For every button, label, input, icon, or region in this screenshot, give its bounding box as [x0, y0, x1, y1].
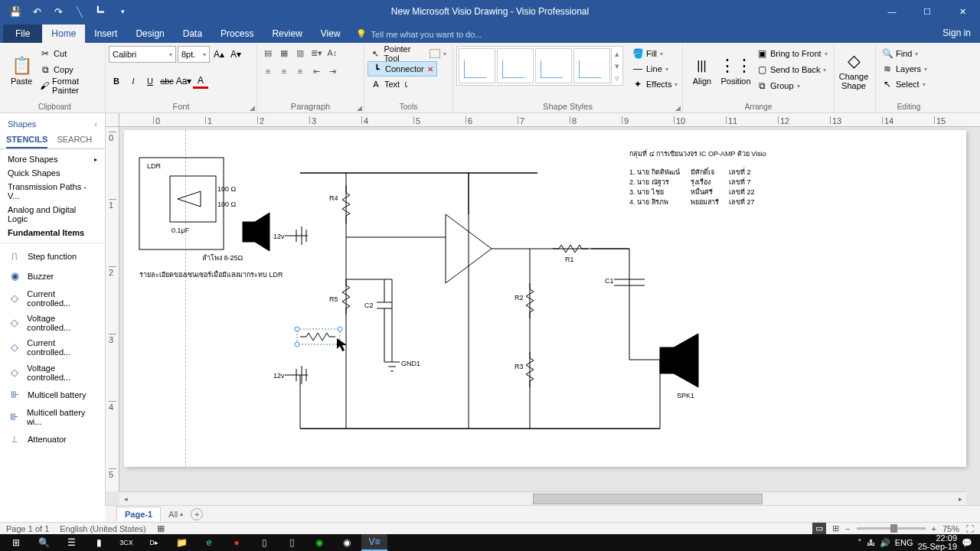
tab-design[interactable]: Design [126, 24, 173, 43]
zoom-slider[interactable] [857, 527, 926, 530]
align-right-button[interactable]: ≡ [292, 64, 308, 78]
shape-styles-gallery[interactable]: ▴▾▿ [456, 46, 623, 86]
style-option[interactable] [497, 48, 534, 83]
rect-icon[interactable] [430, 49, 440, 58]
bring-front-button[interactable]: ▣Bring to Front▾ [753, 46, 831, 61]
text-tool-button[interactable]: AText⤹ [368, 77, 412, 92]
underline-button[interactable]: U [142, 73, 158, 89]
fit-page-icon[interactable]: ⛶ [965, 524, 974, 533]
quick-shapes-item[interactable]: Quick Shapes [0, 166, 105, 180]
inc-indent-button[interactable]: ⇥ [325, 64, 340, 78]
style-option[interactable] [535, 48, 572, 83]
gallery-more-icon[interactable]: ▴▾▿ [611, 47, 622, 84]
shape-item[interactable]: ⊪Multicell battery wi... [0, 405, 105, 429]
pointer-tool-button[interactable]: ↖Pointer Tool▾ [368, 46, 449, 61]
taskbar-app[interactable]: ▯ [251, 534, 277, 551]
dec-indent-button[interactable]: ⇤ [309, 64, 324, 78]
find-button[interactable]: 🔍Find▾ [879, 46, 930, 61]
tray-volume-icon[interactable]: 🔊 [880, 538, 890, 548]
bullets-button[interactable]: ≣▾ [309, 46, 324, 60]
text-direction-button[interactable]: A↕ [325, 46, 340, 60]
presentation-mode-icon[interactable]: ▭ [812, 523, 826, 534]
italic-button[interactable]: I [126, 73, 141, 89]
text-rotate-icon[interactable]: ⤹ [403, 80, 409, 89]
align-center-button[interactable]: ≡ [276, 64, 292, 78]
zoom-in-icon[interactable]: + [932, 524, 936, 533]
styles-dialog-icon[interactable]: ◢ [675, 104, 681, 112]
font-color-button[interactable]: A [193, 73, 208, 89]
paragraph-dialog-icon[interactable]: ◢ [357, 104, 362, 112]
connector-tool-button[interactable]: ┗Connector✕ [368, 61, 437, 77]
shape-item[interactable]: ⎍Step function [0, 246, 105, 266]
macro-icon[interactable]: ▦ [157, 523, 165, 533]
close-button[interactable]: ✕ [945, 0, 980, 23]
stencils-tab[interactable]: STENCILS [6, 132, 47, 148]
notifications-icon[interactable]: 💬 [962, 538, 972, 548]
shape-item[interactable]: ◇Current controlled... [0, 286, 105, 311]
font-family-select[interactable]: Calibri▾ [109, 46, 176, 63]
minimize-button[interactable]: — [874, 0, 910, 23]
group-button[interactable]: ⧉Group▾ [753, 78, 831, 93]
taskbar-app[interactable]: ▮ [86, 534, 112, 551]
align-middle-button[interactable]: ▦ [276, 46, 292, 60]
search-taskbar-icon[interactable]: 🔍 [31, 534, 57, 551]
stencil-item-active[interactable]: Fundamental Items [0, 226, 105, 240]
paste-button[interactable]: 📋Paste [8, 46, 35, 96]
visio-taskbar-icon[interactable]: V≡ [361, 534, 387, 551]
language-status[interactable]: English (United States) [60, 524, 146, 533]
strike-button[interactable]: abc [159, 73, 175, 89]
taskbar-app[interactable]: D▸ [141, 534, 167, 551]
record-icon[interactable]: ● [224, 534, 250, 551]
tab-process[interactable]: Process [211, 24, 263, 43]
task-view-icon[interactable]: ☰ [58, 534, 84, 551]
tab-file[interactable]: File [3, 24, 42, 43]
shape-item[interactable]: ◇Current controlled... [0, 335, 105, 360]
tab-view[interactable]: View [312, 24, 350, 43]
shape-item[interactable]: ◇Voltage controlled... [0, 311, 105, 335]
change-shape-button[interactable]: ◇Change Shape [838, 46, 870, 96]
font-dialog-icon[interactable]: ◢ [250, 104, 255, 112]
copy-button[interactable]: ⧉Copy [37, 62, 102, 77]
delete-x-icon[interactable]: ✕ [427, 65, 433, 73]
tab-review[interactable]: Review [263, 24, 311, 43]
scroll-thumb[interactable] [533, 494, 763, 504]
cut-button[interactable]: ✂Cut [37, 46, 102, 61]
style-option[interactable] [573, 48, 610, 83]
tab-insert[interactable]: Insert [85, 24, 126, 43]
send-back-button[interactable]: ▢Send to Back▾ [753, 62, 831, 77]
grow-font-button[interactable]: A▴ [211, 47, 227, 62]
horizontal-scrollbar[interactable]: ◂ ▸ [119, 491, 966, 505]
align-bottom-button[interactable]: ▥ [292, 46, 308, 60]
sign-in-link[interactable]: Sign in [942, 28, 971, 38]
add-page-button[interactable]: + [191, 508, 203, 520]
view-fit-icon[interactable]: ⊞ [832, 523, 839, 533]
format-painter-button[interactable]: 🖌Format Painter [37, 78, 102, 93]
tray-chevron-icon[interactable]: ˄ [858, 538, 862, 548]
align-left-button[interactable]: ≡ [260, 64, 276, 78]
case-button[interactable]: Aa▾ [176, 73, 191, 89]
tell-me-search[interactable]: 💡Tell me what you want to do... [350, 25, 488, 43]
stencil-item[interactable]: Transmission Paths - V... [0, 180, 105, 203]
page-tab-all[interactable]: All▴ [168, 510, 183, 519]
shape-item[interactable]: ⊪Multicell battery [0, 385, 105, 405]
align-button[interactable]: ⫼Align [686, 46, 718, 96]
bold-button[interactable]: B [109, 73, 124, 89]
scroll-left-icon[interactable]: ◂ [119, 495, 132, 503]
file-explorer-icon[interactable]: 📁 [168, 534, 194, 551]
layers-button[interactable]: ≋Layers▾ [879, 61, 930, 77]
shape-item[interactable]: ◉Buzzer [0, 266, 105, 286]
page-tab-1[interactable]: Page-1 [116, 507, 161, 521]
select-button[interactable]: ↖Select▾ [879, 77, 930, 92]
drawing-page[interactable]: LDR 100 Ω 100 Ω 0.1μF ลำโพง 8-25Ω 12v R4 [124, 130, 966, 467]
shrink-font-button[interactable]: A▾ [228, 47, 243, 62]
edge-icon[interactable]: e [196, 534, 222, 551]
shape-item[interactable]: ⟂Attenuator [0, 429, 105, 449]
style-option[interactable] [459, 48, 495, 83]
font-size-select[interactable]: 8pt.▾ [178, 46, 210, 63]
tab-data[interactable]: Data [174, 24, 211, 43]
zoom-level[interactable]: 75% [942, 524, 959, 533]
position-button[interactable]: ⋮⋮Position [720, 46, 752, 96]
save-icon[interactable]: 💾 [6, 2, 24, 21]
maximize-button[interactable]: ☐ [910, 0, 945, 23]
shape-item[interactable]: ◇Voltage controlled... [0, 360, 105, 385]
